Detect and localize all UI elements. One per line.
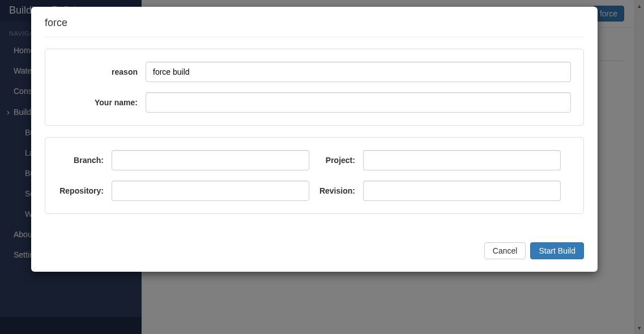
repository-label: Repository: (58, 186, 112, 195)
panel-main: reason Your name: (45, 49, 584, 126)
force-build-modal: force reason Your name: Branch: (31, 7, 598, 272)
branch-input[interactable] (112, 150, 309, 170)
cancel-button[interactable]: Cancel (484, 242, 526, 259)
project-label: Project: (309, 156, 363, 165)
revision-label: Revision: (309, 186, 363, 195)
modal-title: force (45, 17, 584, 37)
start-build-button[interactable]: Start Build (530, 242, 584, 259)
branch-label: Branch: (58, 156, 112, 165)
owner-input[interactable] (146, 92, 571, 113)
modal-footer: Cancel Start Build (31, 220, 598, 263)
project-input[interactable] (363, 150, 561, 170)
repository-input[interactable] (112, 181, 309, 201)
owner-label: Your name: (58, 98, 146, 107)
reason-input[interactable] (146, 62, 571, 82)
reason-label: reason (58, 67, 146, 76)
panel-source: Branch: Repository: Project: Revision: (45, 137, 584, 214)
revision-input[interactable] (363, 181, 561, 201)
